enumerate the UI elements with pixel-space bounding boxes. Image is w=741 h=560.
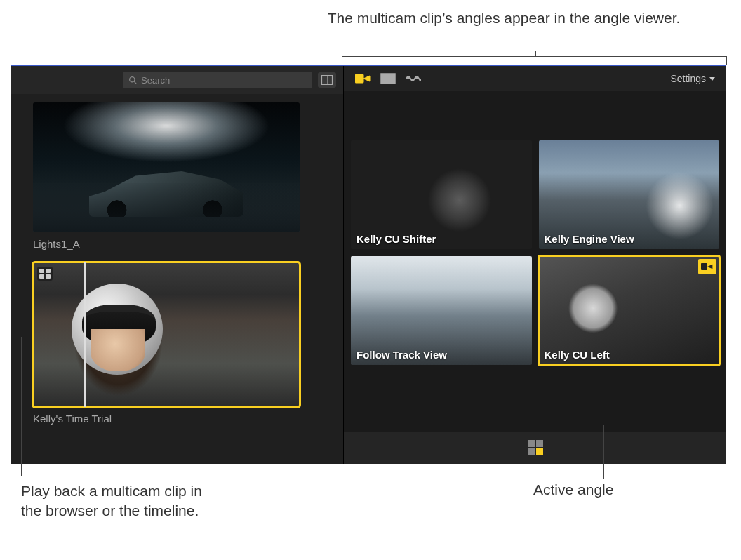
callout-line: [21, 337, 22, 476]
angle-viewer-panel: Settings Kelly CU Shifter Kelly Engine V…: [344, 66, 726, 464]
svg-rect-2: [322, 76, 333, 85]
callout-bottom-left-text: Play back a multicam clip in the browser…: [21, 481, 203, 521]
switch-mode-group: [355, 73, 421, 84]
viewer-toolbar: Settings: [344, 66, 726, 91]
svg-rect-4: [355, 74, 363, 83]
layout-icon: [321, 75, 333, 85]
settings-dropdown[interactable]: Settings: [670, 73, 715, 84]
svg-point-0: [130, 76, 135, 81]
svg-line-1: [134, 81, 136, 84]
clip-thumbnail[interactable]: [33, 102, 300, 232]
angle-tile-active[interactable]: Kelly CU Left: [539, 256, 720, 365]
angle-label: Follow Track View: [356, 349, 447, 361]
audio-only-mode-icon[interactable]: [406, 73, 421, 84]
callout-tick: [535, 51, 536, 56]
svg-rect-8: [701, 263, 707, 270]
callout-bottom-right-text: Active angle: [533, 481, 674, 498]
video-audio-mode-icon[interactable]: [355, 73, 370, 84]
chevron-down-icon: [709, 77, 715, 81]
multicam-icon: [37, 267, 53, 281]
angle-label: Kelly CU Shifter: [356, 233, 436, 245]
settings-label: Settings: [670, 73, 706, 84]
browser-toolbar: Search: [11, 66, 343, 94]
browser-clip[interactable]: Lights1_A: [33, 102, 331, 250]
search-placeholder: Search: [141, 75, 170, 86]
video-only-mode-icon[interactable]: [380, 73, 396, 84]
angle-tile[interactable]: Kelly Engine View: [539, 140, 720, 249]
face-graphic: [91, 329, 145, 371]
grid-layout-picker[interactable]: [528, 440, 543, 455]
browser-content: Lights1_A Kelly's Time Trial: [11, 94, 343, 464]
angle-label: Kelly Engine View: [545, 233, 634, 245]
car-graphic: [89, 171, 243, 217]
active-angle-badge-icon: [698, 259, 716, 274]
playhead-indicator[interactable]: [84, 262, 86, 407]
angle-grid: Kelly CU Shifter Kelly Engine View Follo…: [344, 91, 726, 432]
browser-clip[interactable]: Kelly's Time Trial: [33, 262, 331, 425]
app-window: Search Lights1_A: [11, 65, 726, 464]
browser-panel: Search Lights1_A: [11, 66, 344, 464]
callout-line: [603, 425, 604, 479]
angle-tile[interactable]: Follow Track View: [351, 256, 532, 365]
clip-label: Lights1_A: [33, 238, 331, 250]
callout-top-bracket: [342, 56, 727, 65]
svg-rect-5: [381, 74, 395, 84]
search-icon: [128, 76, 138, 85]
layout-toggle-button[interactable]: [318, 72, 336, 88]
search-input[interactable]: Search: [123, 72, 312, 88]
viewer-bottom-bar: [344, 432, 726, 464]
clip-thumbnail[interactable]: [33, 262, 300, 407]
angle-tile[interactable]: Kelly CU Shifter: [351, 140, 532, 249]
clip-label: Kelly's Time Trial: [33, 413, 331, 425]
angle-label: Kelly CU Left: [545, 349, 610, 361]
callout-top-text: The multicam clip’s angles appear in the…: [281, 8, 727, 28]
